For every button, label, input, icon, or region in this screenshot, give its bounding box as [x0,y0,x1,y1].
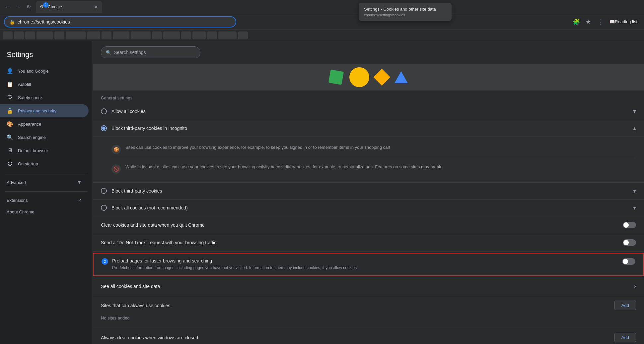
bookmark-item[interactable] [25,31,35,39]
always-clear-section: Always clear cookies when windows are cl… [93,327,644,344]
sidebar-label-appearance: Appearance [18,122,41,127]
sidebar-label-privacy-and-security: Privacy and security [18,108,56,113]
forward-button[interactable]: → [13,2,23,12]
lock-icon: 🔒 [9,19,15,25]
preload-row[interactable]: 2 Preload pages for faster browsing and … [94,254,643,275]
clear-cookies-row[interactable]: Clear cookies and site data when you qui… [93,216,644,234]
incognito-icon: 🚫 [111,164,121,174]
extensions-button[interactable]: 🧩 [571,17,582,27]
bookmark-button[interactable]: ★ [583,17,594,27]
search-icon: 🔍 [106,50,111,55]
bookmark-item[interactable] [87,31,100,39]
block-all-radio[interactable] [101,205,107,211]
bookmark-item[interactable] [131,31,151,39]
do-not-track-toggle[interactable] [623,239,636,246]
content-area: 🔍 Search settings General settings Allow… [93,41,644,344]
preload-toggle[interactable] [622,258,635,265]
allow-all-cookies-option[interactable]: Allow all cookies ▾ [93,103,644,120]
always-clear-add-button[interactable]: Add [614,333,636,342]
toolbar-right: 🧩 ★ ⋮ 📖 Reading list [571,17,640,27]
sidebar-item-about-chrome[interactable]: About Chrome [0,206,89,218]
sidebar-label-on-startup: On startup [18,161,38,166]
bookmark-item[interactable] [3,31,13,39]
sidebar-item-you-and-google[interactable]: 👤 You and Google [0,64,89,78]
hero-shapes [329,67,408,87]
preload-text: Preload pages for faster browsing and se… [112,258,622,271]
sidebar-item-extensions[interactable]: Extensions ↗ [0,194,89,206]
bookmarks-bar [0,30,644,41]
bookmark-item[interactable] [207,31,217,39]
refresh-button[interactable]: ↻ [24,2,33,12]
radio-left-block-all: Block all cookies (not recommended) [101,205,188,211]
yellow-circle-shape [349,67,369,87]
clear-cookies-label: Clear cookies and site data when you qui… [101,222,205,228]
yellow-diamond-shape [373,69,390,86]
bookmark-item[interactable] [113,31,129,39]
search-nav-icon: 🔍 [7,134,13,141]
bookmark-item[interactable] [181,31,191,39]
search-input-wrapper[interactable]: 🔍 Search settings [101,46,200,58]
radio-left-block-incognito: Block third-party cookies in Incognito [101,125,187,131]
allow-all-radio[interactable] [101,108,107,114]
sidebar-item-autofill[interactable]: 📋 Autofill [0,78,89,91]
sidebar-label-safety-check: Safety check [18,95,42,100]
block-third-party-option[interactable]: Block third-party cookies ▾ [93,183,644,200]
address-text: chrome://settings/cookies [18,19,70,25]
expanded-item-cookies: 🍪 Sites can use cookies to improve your … [111,141,636,157]
cookies-icon: 🍪 [111,145,121,154]
sidebar-item-safety-check[interactable]: 🛡 Safety check [0,91,89,104]
bookmark-item[interactable] [238,31,248,39]
block-third-radio[interactable] [101,188,107,194]
block-incognito-radio[interactable] [101,125,107,131]
sites-always-add-button[interactable]: Add [614,301,636,310]
bookmark-item[interactable] [14,31,24,39]
sidebar-label-autofill: Autofill [18,82,31,87]
sidebar-item-on-startup[interactable]: ⏻ On startup [0,157,89,170]
chevron-down-icon-block-third: ▾ [633,187,636,195]
see-all-cookies-label: See all cookies and site data [101,284,160,289]
extensions-label: Extensions [7,198,28,203]
block-incognito-option[interactable]: Block third-party cookies in Incognito ▴ [93,120,644,137]
address-bar[interactable]: 🔒 chrome://settings/cookies [4,16,236,28]
bookmark-item[interactable] [192,31,206,39]
sidebar-item-appearance[interactable]: 🎨 Appearance [0,117,89,131]
tab-title: Chrome [48,5,92,9]
menu-button[interactable]: ⋮ [595,17,606,27]
person-icon: 👤 [7,68,13,74]
see-all-cookies-row[interactable]: See all cookies and site data › [93,277,644,295]
sites-always-label: Sites that can always use cookies [101,303,170,308]
advanced-label: Advanced [7,180,26,185]
sidebar-item-default-browser[interactable]: 🖥 Default browser [0,144,89,157]
sidebar-label-default-browser: Default browser [18,148,48,153]
clear-cookies-toggle[interactable] [623,222,636,228]
bookmark-item[interactable] [218,31,237,39]
bookmark-item[interactable] [152,31,162,39]
sidebar-advanced-section[interactable]: Advanced ▼ [0,176,89,189]
address-highlight: cookies [54,19,70,25]
active-tab[interactable]: ⚙ 1 Chrome ✕ [36,1,102,13]
chevron-down-icon: ▼ [77,179,82,185]
bookmark-item[interactable] [66,31,86,39]
back-button[interactable]: ← [3,2,12,12]
block-all-option[interactable]: Block all cookies (not recommended) ▾ [93,200,644,216]
do-not-track-row[interactable]: Send a "Do Not Track" request with your … [93,234,644,252]
bookmark-item[interactable] [36,31,53,39]
block-third-label: Block third-party cookies [111,188,162,194]
sidebar-item-search-engine[interactable]: 🔍 Search engine [0,131,89,144]
settings-title: Settings [0,46,93,64]
tooltip-popup: Settings - Cookies and other site data c… [359,3,452,21]
external-link-icon: ↗ [78,198,82,203]
reading-list-button[interactable]: 📖 Reading list [607,17,640,27]
radio-left-allow-all: Allow all cookies [101,108,146,114]
general-settings-header: General settings [93,90,644,103]
bookmark-item[interactable] [54,31,64,39]
expanded-item-incognito: 🚫 While in incognito, sites can't use yo… [111,160,636,177]
address-bar-row: 🔒 chrome://settings/cookies 🧩 ★ ⋮ 📖 Read… [0,14,644,30]
radio-left-block-third: Block third-party cookies [101,188,162,194]
tab-badge: 1 [43,2,48,8]
preload-description: Pre-fetches information from pages, incl… [112,265,622,271]
bookmark-item[interactable] [163,31,180,39]
sidebar-item-privacy-and-security[interactable]: 🔒 Privacy and security [0,104,89,117]
tab-close-button[interactable]: ✕ [94,4,98,10]
bookmark-item[interactable] [102,31,111,39]
